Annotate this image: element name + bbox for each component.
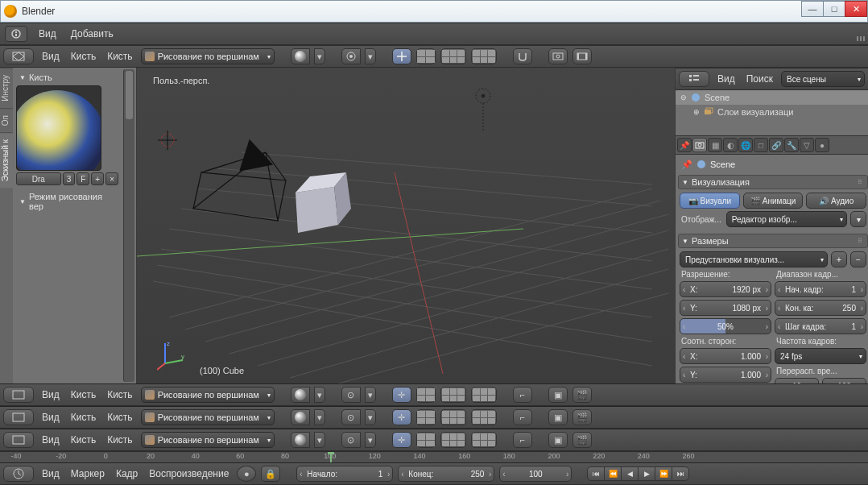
brush-fake-user[interactable]: F (76, 172, 89, 185)
pivot-button[interactable]: ⊙ (341, 432, 361, 448)
animation-button[interactable]: 🎬Анимаци (743, 193, 804, 209)
tl-menu-frame[interactable]: Кадр (113, 466, 141, 481)
pivot-dropdown[interactable]: ▾ (365, 48, 376, 64)
render-anim-button[interactable]: 🎬 (572, 432, 592, 448)
mode-selector-2[interactable]: Рисование по вершинам▾ (141, 387, 275, 403)
preset-add-button[interactable]: + (831, 251, 847, 267)
jump-start-button[interactable]: ⏮ (587, 466, 605, 481)
prop-tab-world[interactable]: 🌐 (738, 138, 753, 152)
menu-brush[interactable]: Кисть (68, 388, 99, 402)
pivot-dropdown[interactable]: ▾ (365, 432, 376, 448)
menu-brush2[interactable]: Кисть (104, 410, 135, 425)
tool-tab-op[interactable]: Оп (0, 108, 13, 132)
layer-button[interactable] (471, 432, 497, 448)
prop-tab-scene[interactable]: ◐ (723, 138, 738, 152)
pivot-button[interactable]: ⊙ (341, 387, 361, 403)
shading-button[interactable] (291, 432, 310, 448)
area-corner-handle[interactable] (857, 36, 865, 41)
mode-selector-4[interactable]: Рисование по вершинам▾ (141, 432, 275, 448)
aspect-x-field[interactable]: X:1.000 (680, 348, 771, 364)
layer-button[interactable] (440, 387, 466, 403)
tool-shelf-scrollbar[interactable] (123, 69, 134, 382)
shading-dropdown[interactable]: ▾ (314, 48, 325, 64)
outliner-scene-row[interactable]: ⊖ Scene (676, 90, 868, 105)
mode-selector[interactable]: Рисование по вершинам ▾ (141, 48, 275, 64)
editor-type-3dview-icon[interactable] (3, 432, 34, 448)
manipulator-toggle[interactable]: ✛ (392, 432, 411, 448)
render-preview-button[interactable] (548, 48, 568, 64)
layer-button[interactable] (416, 432, 436, 448)
info-menu-add[interactable]: Добавить (68, 27, 117, 41)
tl-menu-playback[interactable]: Воспроизведение (146, 466, 232, 481)
play-button[interactable]: ▶ (638, 466, 655, 481)
fps-dropdown[interactable]: 24 fps (775, 348, 866, 364)
display-extra-button[interactable]: ▾ (850, 211, 866, 227)
timeline-current-marker[interactable] (330, 452, 332, 462)
layer-button-3[interactable] (471, 48, 497, 64)
shading-dropdown[interactable]: ▾ (314, 432, 325, 448)
render-anim-button[interactable] (572, 48, 592, 64)
auto-keyframe-toggle[interactable]: ● (237, 466, 256, 482)
resolution-x-field[interactable]: X:1920 px (680, 281, 771, 297)
timeline-ruler[interactable]: -40-200204060801001201401601802002202402… (0, 451, 868, 462)
frame-start-input[interactable]: Начало:1 (296, 466, 393, 482)
menu-view[interactable]: Вид (39, 433, 63, 447)
layer-button[interactable] (416, 387, 436, 403)
frame-current-input[interactable]: 100 (499, 466, 572, 482)
render-button[interactable]: 📷Визуали (680, 193, 740, 209)
remap-new-field[interactable]: 100 (822, 378, 866, 383)
prop-tab-object[interactable]: □ (754, 138, 768, 152)
outliner-menu-search[interactable]: Поиск (743, 72, 776, 86)
editor-type-info-icon[interactable] (5, 26, 27, 42)
menu-brush[interactable]: Кисть (68, 433, 99, 447)
prop-tab-renderlayers[interactable]: ▦ (708, 138, 722, 152)
manipulator-toggle[interactable]: ✛ (392, 387, 411, 403)
aspect-y-field[interactable]: Y:1.000 (680, 367, 771, 383)
menu-brush2[interactable]: Кисть (104, 388, 135, 402)
shading-button[interactable] (291, 409, 310, 425)
jump-end-button[interactable]: ⏭ (672, 466, 689, 481)
shading-button[interactable] (291, 387, 310, 403)
layer-button[interactable] (471, 409, 497, 425)
play-reverse-button[interactable]: ◀ (621, 466, 639, 481)
view3d-menu-view[interactable]: Вид (39, 49, 63, 64)
editor-type-3dview-icon[interactable] (3, 409, 34, 425)
tool-tab-tools[interactable]: Инстру (0, 68, 13, 108)
brush-panel-header[interactable]: Кисть (16, 71, 118, 84)
pivot-button[interactable] (341, 48, 361, 64)
prop-tab-constraints[interactable]: 🔗 (769, 138, 783, 152)
layer-button[interactable] (440, 409, 466, 425)
menu-brush2[interactable]: Кисть (104, 433, 135, 447)
render-anim-button[interactable]: 🎬 (572, 409, 592, 425)
outliner-renderlayers-row[interactable]: ⊕ Слои визуализаци (676, 105, 868, 119)
layer-button-1[interactable] (416, 48, 436, 64)
audio-button[interactable]: 🔊Аудио (806, 193, 866, 209)
menu-view[interactable]: Вид (39, 388, 63, 402)
brush-add-button[interactable]: + (91, 172, 104, 185)
render-preview-button[interactable]: ▣ (548, 432, 568, 448)
prop-tab-material[interactable]: ● (815, 138, 829, 152)
menu-brush[interactable]: Кисть (68, 410, 99, 425)
outliner-display-mode[interactable]: Все сцены (781, 71, 865, 87)
prop-tab-data[interactable]: ▽ (800, 138, 814, 152)
render-presets-dropdown[interactable]: Предустановки визуализ... (680, 251, 828, 267)
mode-selector-3[interactable]: Рисование по вершинам▾ (141, 409, 275, 425)
shading-dropdown[interactable]: ▾ (314, 387, 325, 403)
prop-tab-pin[interactable]: 📌 (677, 138, 692, 152)
tl-menu-view[interactable]: Вид (39, 466, 63, 481)
menu-view[interactable]: Вид (39, 410, 63, 425)
brush-name-field[interactable]: Dra (16, 172, 61, 185)
prop-tab-modifiers[interactable]: 🔧 (784, 138, 799, 152)
editor-type-3dview-icon[interactable] (3, 48, 34, 64)
layer-button[interactable] (416, 409, 436, 425)
frame-end-field[interactable]: Кон. ка:250 (775, 300, 866, 316)
shading-button[interactable] (291, 48, 310, 64)
manipulator-toggle[interactable] (392, 48, 411, 64)
editor-type-timeline-icon[interactable] (3, 466, 34, 482)
snap-toggle[interactable]: ⌐ (513, 432, 532, 448)
window-close-button[interactable]: ✕ (845, 1, 867, 17)
layer-button[interactable] (471, 387, 497, 403)
keyframe-next-button[interactable]: ⏩ (655, 466, 672, 481)
editor-type-outliner-icon[interactable] (679, 71, 709, 87)
display-mode-dropdown[interactable]: Редактор изобр... (726, 211, 847, 227)
